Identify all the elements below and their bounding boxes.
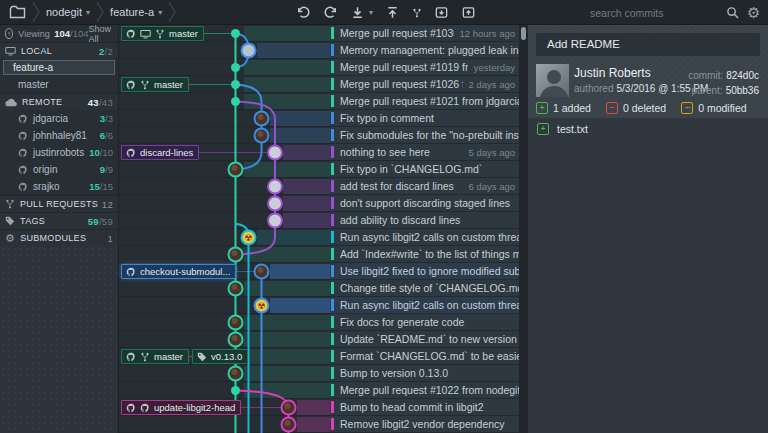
commit-message: don't support discarding staged lines — [340, 197, 519, 209]
commit-row[interactable]: Merge pull request #1030 from s...12 hou… — [330, 25, 519, 42]
commit-dot-node[interactable] — [231, 63, 240, 72]
viewing-row: ‹ Viewing 104/104 Show All — [0, 25, 118, 42]
commit-row[interactable]: Merge pull request #1026 from nod...2 da… — [330, 76, 519, 93]
sidebar-item-johnhaley81[interactable]: johnhaley816/6 — [0, 127, 118, 144]
commit-time: 2 days ago — [469, 79, 515, 90]
author-name: Justin Roberts — [574, 66, 651, 80]
commit-row[interactable]: Bump to version 0.13.0 — [330, 365, 519, 382]
commit-dot-node[interactable] — [231, 80, 240, 89]
commit-row[interactable]: add ability to discard lines — [330, 212, 519, 229]
commit-row[interactable]: add test for discard lines6 days ago — [330, 178, 519, 195]
item-count: 10/10 — [89, 147, 113, 158]
sidebar-item-justinrobots[interactable]: justinrobots10/10 — [0, 144, 118, 161]
branch-icon[interactable] — [412, 8, 422, 18]
commit-avatar-node[interactable] — [268, 197, 282, 211]
commit-time: 6 days ago — [469, 181, 515, 192]
commit-dot-node[interactable] — [231, 97, 240, 106]
commit-row[interactable]: Merge pull request #1021 from jdgarcia/d… — [330, 93, 519, 110]
branch-label-text: checkout-submodul... — [140, 266, 230, 277]
commit-row[interactable]: Format `CHANGELOG.md` to be easier to li… — [330, 348, 519, 365]
pull-icon[interactable] — [350, 5, 365, 20]
commit-row[interactable]: Fix docs for generate code — [330, 314, 519, 331]
search-icon[interactable] — [726, 5, 739, 23]
branch-selector[interactable]: feature-a ▾ — [110, 6, 162, 18]
branch-color-bar — [331, 299, 334, 311]
collapse-sidebar-icon[interactable]: ‹ — [5, 28, 13, 39]
commit-row[interactable]: nothing to see here5 days ago — [330, 144, 519, 161]
sidebar-item-jdgarcia[interactable]: jdgarcia3/3 — [0, 110, 118, 127]
undo-icon[interactable] — [296, 5, 311, 20]
commit-row[interactable]: Merge pull request #1022 from nodegit/as… — [330, 382, 519, 399]
commit-row[interactable]: don't support discarding staged lines — [330, 195, 519, 212]
branch-label-chip[interactable]: master — [121, 77, 189, 92]
sidebar-item-origin[interactable]: origin9/9 — [0, 161, 118, 178]
section-label: PULL REQUESTS — [20, 199, 98, 209]
commit-row[interactable]: Update `README.md` to new version — [330, 331, 519, 348]
scrollbar-thumb[interactable] — [521, 27, 526, 40]
pop-icon[interactable] — [461, 5, 476, 20]
settings-gear-icon[interactable]: ⚙ — [747, 1, 760, 24]
github-icon — [18, 182, 28, 192]
sidebar-section-local[interactable]: LOCAL2/2 — [0, 42, 118, 59]
branch-label[interactable]: master — [121, 77, 189, 92]
commit-row[interactable]: Bump to head commit in libgit2 — [330, 399, 519, 416]
commit-row[interactable]: Add `Index#write` to the list of things … — [330, 246, 519, 263]
commit-row[interactable]: Fix typo in comment — [330, 110, 519, 127]
file-row[interactable]: +test.txt — [528, 118, 768, 139]
branch-color-bar — [331, 61, 334, 73]
commit-row[interactable]: Memory management: plugged leak in fastW… — [330, 42, 519, 59]
commit-avatar-node[interactable] — [242, 44, 256, 58]
branch-label-chip[interactable]: master — [121, 349, 189, 364]
commit-dot-node[interactable] — [231, 386, 240, 395]
branch-label[interactable]: update-libgit2-head — [121, 400, 241, 415]
commit-avatar-node[interactable] — [268, 146, 282, 160]
github-icon — [140, 403, 150, 413]
sidebar-section-remote[interactable]: REMOTE43/43 — [0, 93, 118, 110]
branch-color-bar — [331, 214, 334, 226]
tag-icon — [197, 352, 207, 362]
branch-label-chip[interactable]: discard-lines — [121, 145, 199, 160]
branch-label[interactable]: masterv0.13.0 — [121, 349, 248, 364]
sidebar-item-srajko[interactable]: srajko15/15 — [0, 178, 118, 195]
commit-graph[interactable]: ☢☢mastermasterdiscard-linescheckout-subm… — [119, 25, 330, 433]
commit-row[interactable]: Use libgit2 fixed to ignore modified sub… — [330, 263, 519, 280]
repo-selector[interactable]: nodegit ▾ — [46, 6, 90, 18]
modified-icon: ··· — [681, 102, 693, 114]
branch-label[interactable]: master — [121, 26, 204, 41]
commit-summary-title[interactable]: Add README — [536, 33, 760, 56]
redo-icon[interactable] — [323, 5, 338, 20]
sidebar-item-master[interactable]: master — [0, 76, 118, 93]
branch-color-bar — [331, 112, 334, 124]
sidebar-item-feature-a[interactable]: feature-a — [3, 60, 115, 75]
branch-color-bar — [331, 231, 334, 243]
stash-icon[interactable] — [434, 5, 449, 20]
commit-avatar-node[interactable] — [268, 214, 282, 228]
commit-row[interactable]: Remove libgit2 vendor dependency — [330, 416, 519, 433]
scrollbar-track[interactable] — [519, 25, 528, 433]
pull-options-caret-icon[interactable]: ▾ — [369, 8, 373, 17]
push-icon[interactable] — [385, 5, 400, 20]
branch-label-chip[interactable]: update-libgit2-head — [121, 400, 241, 415]
commit-row[interactable]: Fix typo in `CHANGELOG.md` — [330, 161, 519, 178]
commit-message: Bump to version 0.13.0 — [340, 367, 519, 379]
sidebar-section-pull-requests[interactable]: PULL REQUESTS12 — [0, 195, 118, 212]
branch-label-chip[interactable]: checkout-submodul... — [121, 264, 236, 279]
folder-icon[interactable] — [9, 5, 26, 19]
commit-dot-node[interactable] — [231, 29, 240, 38]
sidebar-section-tags[interactable]: TAGS59/59 — [0, 212, 118, 229]
sidebar-section-submodules[interactable]: ⚙SUBMODULES1 — [0, 229, 118, 246]
branch-label[interactable]: discard-lines — [121, 145, 199, 160]
branch-label-chip[interactable]: v0.13.0 — [192, 349, 248, 364]
search-input[interactable] — [588, 0, 720, 25]
commit-row[interactable]: Merge pull request #1019 from srajk...ye… — [330, 59, 519, 76]
commit-row[interactable]: Run async libgit2 calls on custom thread… — [330, 229, 519, 246]
commit-avatar-node[interactable] — [268, 180, 282, 194]
branch-label[interactable]: checkout-submodul... — [121, 264, 236, 279]
branch-label-chip[interactable]: master — [121, 26, 204, 41]
commit-row[interactable]: Change title style of `CHANGELOG.md` — [330, 280, 519, 297]
breadcrumb: nodegit ▾ feature-a ▾ — [0, 1, 176, 23]
commit-row[interactable]: Fix submodules for the "no-prebuilt inst… — [330, 127, 519, 144]
top-toolbar: nodegit ▾ feature-a ▾ ▾ ⚙ — [0, 0, 768, 25]
show-all-link[interactable]: Show All — [89, 24, 113, 44]
commit-row[interactable]: Run async libgit2 calls on custom thread… — [330, 297, 519, 314]
